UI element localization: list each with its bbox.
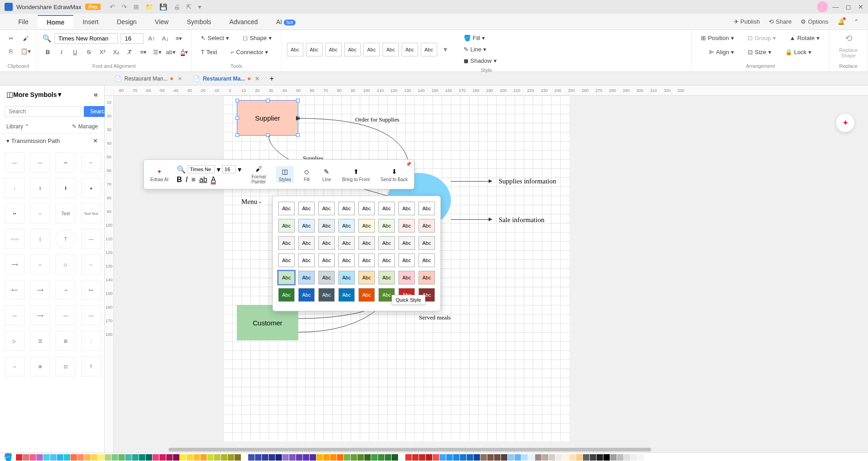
color-swatch[interactable]: [501, 454, 507, 461]
connector[interactable]: [451, 219, 492, 220]
shape-button[interactable]: ◻ Shape▾: [239, 33, 276, 43]
maximize-icon[interactable]: ◻: [846, 3, 851, 10]
style-cell[interactable]: Abc: [338, 219, 355, 233]
style-cell[interactable]: Abc: [278, 253, 295, 267]
style-cell[interactable]: Abc: [378, 253, 395, 267]
color-swatch[interactable]: [515, 454, 521, 461]
style-swatch-5[interactable]: Abc: [363, 43, 380, 56]
color-swatch[interactable]: [426, 454, 432, 461]
style-cell[interactable]: Abc: [278, 219, 295, 233]
shape-item[interactable]: ○○○: [5, 229, 25, 249]
style-cell[interactable]: Abc: [318, 219, 335, 233]
format-painter-icon[interactable]: 🖌: [20, 33, 31, 44]
doc-tab-2[interactable]: 📄 Restaurant Ma... ✕: [188, 74, 265, 84]
color-swatch[interactable]: [125, 454, 132, 461]
rotate-button[interactable]: ▲ Rotate▾: [786, 33, 823, 43]
style-cell[interactable]: Abc: [398, 271, 415, 284]
styles-mini-button[interactable]: ◫ Styles: [276, 166, 294, 183]
color-swatch[interactable]: [576, 454, 582, 461]
textcase-mini-icon[interactable]: ab: [199, 176, 207, 184]
shape-item[interactable]: ⟿: [30, 305, 50, 325]
color-swatch[interactable]: [23, 454, 29, 461]
color-swatch[interactable]: [276, 454, 282, 461]
menu-file[interactable]: File: [9, 15, 38, 28]
color-swatch[interactable]: [405, 454, 412, 461]
color-swatch[interactable]: [235, 454, 241, 461]
search-font-icon[interactable]: 🔍: [42, 34, 51, 43]
color-swatch[interactable]: [460, 454, 466, 461]
edraw-ai-button[interactable]: ✦ Edraw AI: [148, 166, 171, 183]
fontcolor-mini-icon[interactable]: A: [211, 176, 216, 184]
color-swatch[interactable]: [139, 454, 145, 461]
style-cell[interactable]: Abc: [419, 219, 435, 233]
color-swatch[interactable]: [398, 454, 405, 461]
line-button[interactable]: ✎ Line▾: [460, 44, 500, 55]
style-cell[interactable]: Abc: [358, 271, 375, 284]
shape-item[interactable]: ⊸: [56, 280, 76, 300]
shape-item[interactable]: ⬇: [56, 178, 76, 198]
color-swatch[interactable]: [562, 454, 569, 461]
color-swatch[interactable]: [105, 454, 111, 461]
color-swatch[interactable]: [323, 454, 330, 461]
doc-tab-1[interactable]: 📄 Restaurant Man... ✕: [109, 74, 188, 84]
selection-handle[interactable]: [296, 99, 300, 102]
color-swatch[interactable]: [467, 454, 473, 461]
color-swatch[interactable]: [433, 454, 439, 461]
align-dropdown-icon[interactable]: ≡▾: [174, 33, 184, 44]
clear-format-icon[interactable]: T̸: [124, 46, 135, 57]
color-swatch[interactable]: [57, 454, 63, 461]
style-cell[interactable]: Abc: [419, 271, 435, 284]
scrollbar-horizontal[interactable]: [123, 447, 868, 452]
color-swatch[interactable]: [228, 454, 234, 461]
color-swatch[interactable]: [166, 454, 173, 461]
shape-supplier[interactable]: Supplier: [237, 100, 298, 136]
shape-item[interactable]: ↔: [5, 356, 25, 376]
style-cell[interactable]: Abc: [298, 219, 315, 233]
style-cell[interactable]: Abc: [318, 288, 335, 302]
shape-item[interactable]: —: [81, 229, 101, 249]
font-name-select[interactable]: [54, 33, 118, 44]
align-mini-icon[interactable]: ≡: [191, 176, 195, 184]
redo-icon[interactable]: ↷: [122, 3, 127, 10]
color-swatch[interactable]: [494, 454, 500, 461]
color-swatch[interactable]: [378, 454, 384, 461]
export-icon[interactable]: ⇱: [186, 3, 192, 10]
save-icon[interactable]: 💾: [159, 3, 167, 10]
color-swatch[interactable]: [337, 454, 343, 461]
selection-handle[interactable]: [296, 116, 300, 120]
shape-item[interactable]: ⟵: [5, 280, 25, 300]
color-swatch[interactable]: [474, 454, 480, 461]
color-swatch[interactable]: [214, 454, 220, 461]
group-button[interactable]: ⊡ Group▾: [744, 33, 780, 43]
style-cell[interactable]: Abc: [318, 253, 335, 267]
color-swatch[interactable]: [146, 454, 152, 461]
send-back-button[interactable]: ⬇ Send to Back: [378, 166, 410, 183]
color-swatch[interactable]: [269, 454, 275, 461]
minimize-icon[interactable]: —: [832, 3, 839, 10]
color-swatch[interactable]: [241, 454, 248, 461]
color-swatch[interactable]: [638, 454, 644, 461]
search-input[interactable]: [5, 106, 81, 117]
print-icon[interactable]: 🖨: [174, 3, 180, 10]
shape-item[interactable]: ⟶: [5, 254, 25, 274]
color-swatch[interactable]: [624, 454, 630, 461]
bold-icon[interactable]: B: [42, 46, 53, 57]
fill-button[interactable]: 🪣 Fill▾: [460, 33, 500, 43]
collapse-sidebar-icon[interactable]: «: [94, 91, 98, 99]
color-swatch[interactable]: [603, 454, 610, 461]
superscript-icon[interactable]: X²: [97, 46, 108, 57]
selection-handle[interactable]: [235, 99, 239, 102]
color-swatch[interactable]: [357, 454, 364, 461]
style-cell[interactable]: Abc: [278, 288, 295, 302]
shape-item[interactable]: ○: [30, 203, 50, 223]
shape-item[interactable]: —: [5, 305, 25, 325]
color-swatch[interactable]: [221, 454, 227, 461]
color-swatch[interactable]: [77, 454, 84, 461]
style-swatch-3[interactable]: Abc: [325, 43, 342, 56]
style-swatch-2[interactable]: Abc: [306, 43, 322, 56]
open-icon[interactable]: 📁: [145, 3, 153, 10]
color-swatch[interactable]: [569, 454, 576, 461]
align-button[interactable]: ⊫ Align▾: [705, 47, 738, 57]
color-swatch[interactable]: [535, 454, 541, 461]
style-cell[interactable]: Abc: [338, 236, 355, 250]
